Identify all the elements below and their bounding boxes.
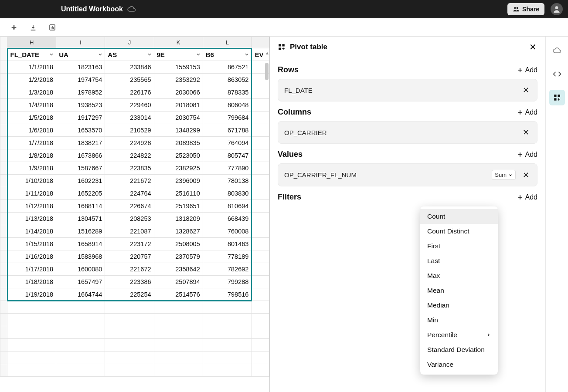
pivot-rail-icon[interactable] bbox=[549, 90, 565, 105]
add-row-button[interactable]: Add bbox=[517, 66, 537, 74]
cell[interactable]: 1/11/2018 bbox=[7, 187, 56, 200]
cell[interactable]: 1/10/2018 bbox=[7, 175, 56, 187]
cell[interactable]: 1838217 bbox=[56, 137, 105, 149]
pivot-column-header[interactable]: UA bbox=[56, 48, 105, 61]
cell[interactable] bbox=[252, 238, 269, 250]
scroll-up-arrow[interactable]: ▲ bbox=[265, 51, 269, 55]
cell[interactable]: 2358642 bbox=[154, 263, 203, 276]
cell[interactable]: 2353292 bbox=[154, 74, 203, 86]
cell[interactable]: 760008 bbox=[203, 225, 252, 238]
cell[interactable]: 1978952 bbox=[56, 86, 105, 99]
cell[interactable]: 798516 bbox=[203, 288, 252, 301]
column-header[interactable]: I bbox=[56, 37, 105, 48]
cell[interactable]: 1348299 bbox=[154, 124, 203, 137]
cell[interactable] bbox=[252, 276, 269, 288]
cell[interactable]: 1658914 bbox=[56, 238, 105, 250]
cell[interactable] bbox=[154, 301, 203, 314]
cell[interactable]: 1/19/2018 bbox=[7, 288, 56, 301]
cell[interactable]: 2516110 bbox=[154, 187, 203, 200]
cell[interactable]: 229460 bbox=[105, 99, 154, 112]
cell[interactable] bbox=[252, 149, 269, 162]
cell[interactable]: 778189 bbox=[203, 250, 252, 263]
agg-option[interactable]: Last bbox=[420, 253, 498, 268]
cell[interactable]: 1/2/2018 bbox=[7, 74, 56, 86]
chevron-down-icon[interactable] bbox=[147, 52, 152, 57]
cell[interactable]: 2523050 bbox=[154, 149, 203, 162]
cell[interactable] bbox=[7, 351, 56, 364]
cell[interactable]: 2030754 bbox=[154, 112, 203, 124]
chevron-down-icon[interactable] bbox=[196, 52, 201, 57]
agg-option[interactable]: Min bbox=[420, 313, 498, 328]
agg-option[interactable]: Max bbox=[420, 268, 498, 283]
cell[interactable]: 1664744 bbox=[56, 288, 105, 301]
cell[interactable]: 2018081 bbox=[154, 99, 203, 112]
column-header[interactable] bbox=[252, 37, 269, 48]
cell[interactable]: 801463 bbox=[203, 238, 252, 250]
cell[interactable]: 1/6/2018 bbox=[7, 124, 56, 137]
cell[interactable]: 2396009 bbox=[154, 175, 203, 187]
pivot-column-header[interactable]: FL_DATE bbox=[7, 48, 56, 61]
cell[interactable]: 233846 bbox=[105, 61, 154, 74]
cell[interactable]: 2089835 bbox=[154, 137, 203, 149]
cell[interactable] bbox=[105, 339, 154, 351]
cell[interactable]: 1652205 bbox=[56, 187, 105, 200]
cell[interactable] bbox=[252, 124, 269, 137]
cell[interactable] bbox=[105, 326, 154, 339]
column-header[interactable]: J bbox=[105, 37, 154, 48]
avatar[interactable] bbox=[551, 3, 563, 15]
cell[interactable]: 863052 bbox=[203, 74, 252, 86]
cell[interactable] bbox=[252, 137, 269, 149]
cell[interactable]: 799288 bbox=[203, 276, 252, 288]
cloud-icon[interactable] bbox=[549, 43, 565, 58]
pivot-column-header[interactable]: B6 bbox=[203, 48, 252, 61]
cell[interactable] bbox=[7, 314, 56, 326]
cloud-sync-icon[interactable] bbox=[127, 5, 136, 14]
workbook-title[interactable]: Untitled Workbook bbox=[61, 5, 123, 13]
cell[interactable]: 221672 bbox=[105, 263, 154, 276]
column-header[interactable]: H bbox=[7, 37, 56, 48]
cell[interactable] bbox=[252, 364, 269, 377]
cell[interactable]: 1304571 bbox=[56, 213, 105, 225]
cell[interactable]: 1/12/2018 bbox=[7, 200, 56, 213]
cell[interactable]: 2382925 bbox=[154, 162, 203, 175]
cell[interactable] bbox=[154, 351, 203, 364]
cell[interactable] bbox=[105, 364, 154, 377]
agg-option[interactable]: Count Distinct bbox=[420, 224, 498, 239]
cell[interactable]: 1974754 bbox=[56, 74, 105, 86]
chevron-down-icon[interactable] bbox=[98, 52, 103, 57]
cell[interactable]: 1318209 bbox=[154, 213, 203, 225]
cell[interactable] bbox=[7, 326, 56, 339]
cell[interactable] bbox=[203, 301, 252, 314]
cell[interactable] bbox=[7, 301, 56, 314]
pivot-column-header[interactable]: AS bbox=[105, 48, 154, 61]
agg-option[interactable]: First bbox=[420, 239, 498, 253]
cell[interactable]: 810694 bbox=[203, 200, 252, 213]
cell[interactable]: 1657497 bbox=[56, 276, 105, 288]
cell[interactable] bbox=[154, 339, 203, 351]
cell[interactable] bbox=[252, 86, 269, 99]
cell[interactable] bbox=[154, 314, 203, 326]
cell[interactable]: 2514576 bbox=[154, 288, 203, 301]
cell[interactable]: 210529 bbox=[105, 124, 154, 137]
code-icon[interactable] bbox=[549, 66, 565, 82]
cell[interactable] bbox=[154, 364, 203, 377]
values-chip[interactable]: OP_CARRIER_FL_NUM Sum ✕ bbox=[278, 163, 537, 186]
spreadsheet[interactable]: HIJKLFL_DATEUAAS9EB6EV1/1/20181823163233… bbox=[0, 37, 270, 392]
cell[interactable]: 1653570 bbox=[56, 124, 105, 137]
cell[interactable]: 803830 bbox=[203, 187, 252, 200]
cell[interactable] bbox=[105, 351, 154, 364]
cell[interactable] bbox=[203, 351, 252, 364]
cell[interactable] bbox=[203, 314, 252, 326]
pivot-column-header[interactable]: 9E bbox=[154, 48, 203, 61]
agg-option[interactable]: Median bbox=[420, 298, 498, 313]
cell[interactable] bbox=[7, 339, 56, 351]
cell[interactable]: 224928 bbox=[105, 137, 154, 149]
cell[interactable]: 1/15/2018 bbox=[7, 238, 56, 250]
cell[interactable] bbox=[203, 339, 252, 351]
close-icon[interactable]: ✕ bbox=[529, 43, 537, 51]
cell[interactable] bbox=[252, 301, 269, 314]
cell[interactable]: 224764 bbox=[105, 187, 154, 200]
cell[interactable]: 226176 bbox=[105, 86, 154, 99]
cell[interactable]: 223172 bbox=[105, 238, 154, 250]
cell[interactable]: 805747 bbox=[203, 149, 252, 162]
